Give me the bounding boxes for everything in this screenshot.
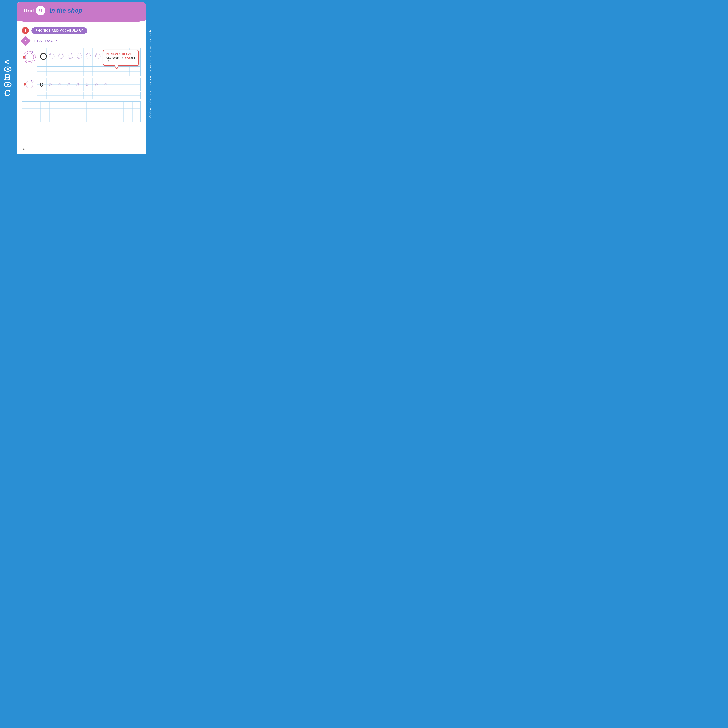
tooltip-title: Phonic and Vocabulary: — [107, 52, 135, 55]
right-sidebar-text-2: Phát triển vốn từ vựng, cấu trúc câu, kĩ… — [149, 82, 151, 123]
right-sidebar: Build-up 1B - Không đáp án (theo bộ sách… — [147, 0, 153, 153]
bullet-dot — [150, 31, 151, 32]
grid-svg-2: o o o o o o o o — [37, 78, 141, 91]
letter-model-1: 1 — [22, 48, 37, 67]
writing-block-3 — [22, 101, 141, 122]
lets-trace-header: A LET'S TRACE! — [22, 37, 141, 45]
main-content: Unit 9 In the shop 1 PHONICS AND VOCABUL… — [17, 2, 146, 153]
svg-point-43 — [26, 81, 33, 88]
vertical-text-container: Build-up 1B - Không đáp án (theo bộ sách… — [149, 31, 151, 123]
lets-trace-text: LET'S TRACE! — [31, 39, 57, 43]
practice-row-2: 1 o — [22, 78, 141, 91]
left-sidebar: < B C — [0, 0, 15, 153]
page-body: 1 PHONICS AND VOCABULARY A LET'S TRACE! — [17, 22, 146, 153]
svg-text:O: O — [76, 52, 83, 60]
tooltip-highlight: luyện — [125, 57, 130, 59]
section-title-bar: PHONICS AND VOCABULARY — [31, 28, 87, 34]
svg-text:o: o — [67, 81, 70, 87]
unit-number-circle: 9 — [36, 6, 45, 15]
unit-text: Unit — [23, 8, 34, 14]
svg-text:o: o — [76, 81, 80, 87]
lines-svg-2 — [37, 92, 141, 99]
svg-text:O: O — [40, 51, 47, 61]
svg-point-9 — [32, 51, 33, 53]
tooltip-body: Giúp học sinh rèn luyện chữ viết — [107, 56, 135, 63]
writing-grid-2: o o o o o o o o — [37, 78, 141, 91]
circle-model: 1 — [23, 50, 36, 64]
svg-text:O: O — [67, 52, 73, 60]
svg-point-2 — [7, 68, 9, 70]
tooltip-text-1: Giúp học sinh rèn — [107, 57, 125, 59]
writing-grid-1: O O O O O O O Phonic and Vocabulary: Giú… — [37, 48, 141, 67]
svg-point-8 — [25, 53, 34, 61]
svg-text:C: C — [4, 88, 11, 97]
svg-text:O: O — [58, 52, 64, 60]
svg-text:o: o — [104, 81, 107, 87]
diamond-icon: A — [20, 36, 31, 46]
svg-point-5 — [7, 84, 9, 86]
unit-title: In the shop — [49, 7, 82, 14]
svg-text:O: O — [95, 52, 101, 60]
k-logo-icon: < — [3, 57, 12, 66]
svg-text:<: < — [4, 57, 9, 66]
small-circle-svg: 1 — [24, 79, 35, 90]
svg-text:O: O — [49, 52, 55, 60]
outer-circle-svg: 1 — [23, 50, 36, 64]
unit-label: Unit 9 — [23, 6, 45, 15]
c-logo-icon: C — [3, 88, 12, 97]
tooltip-bubble: Phonic and Vocabulary: Giúp học sinh rèn… — [103, 50, 139, 66]
lines-svg-1 — [37, 67, 141, 76]
grid-svg-3 — [22, 101, 141, 122]
writing-lines-1 — [37, 67, 141, 76]
practice-row-1: 1 — [22, 48, 141, 67]
eye-logo-icon — [3, 66, 12, 72]
svg-text:O: O — [86, 52, 92, 60]
b-logo-icon: B — [3, 72, 12, 81]
right-sidebar-text-1: Build-up 1B - Không đáp án (theo bộ sách… — [149, 34, 151, 81]
svg-text:o: o — [95, 81, 98, 87]
svg-text:1: 1 — [23, 56, 24, 58]
svg-text:o: o — [58, 81, 61, 87]
writing-lines-2 — [37, 92, 141, 99]
unit-number: 9 — [39, 8, 42, 14]
svg-point-44 — [31, 80, 32, 81]
svg-text:B: B — [4, 72, 11, 81]
svg-text:o: o — [49, 81, 52, 87]
small-circle-model: 1 — [24, 79, 35, 90]
svg-text:o: o — [86, 81, 89, 87]
svg-text:1: 1 — [24, 84, 25, 86]
svg-text:o: o — [40, 80, 43, 88]
page-number: 6 — [23, 147, 24, 151]
section-number: 1 — [22, 27, 29, 34]
page-header: Unit 9 In the shop — [17, 2, 146, 20]
ccbook-logo: < B C — [3, 57, 12, 97]
letter-model-2: 1 — [22, 78, 37, 91]
diamond-letter: A — [24, 39, 27, 43]
section-header: 1 PHONICS AND VOCABULARY — [22, 27, 141, 34]
eye2-logo-icon — [3, 81, 12, 88]
